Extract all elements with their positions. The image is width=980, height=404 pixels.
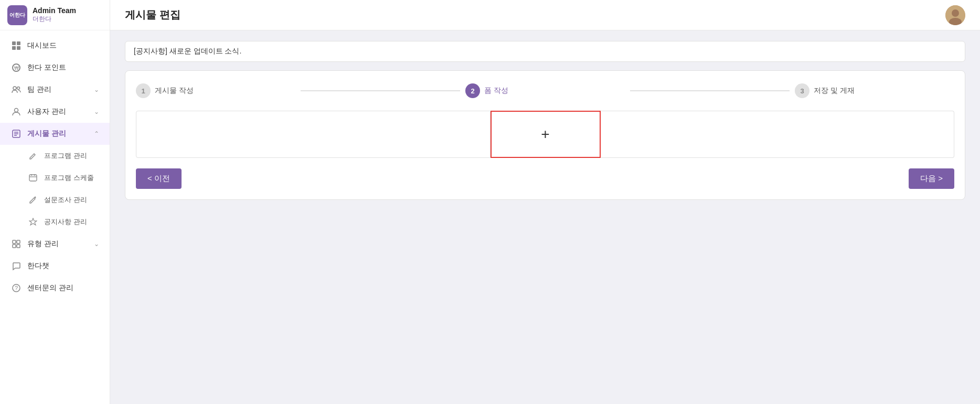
type-icon: [10, 238, 22, 250]
form-add-button[interactable]: +: [491, 111, 601, 158]
sidebar-header: 어한다 Admin Team 더한다: [0, 0, 110, 30]
notice-bar: [공지사항] 새로운 업데이트 소식.: [125, 41, 965, 62]
sidebar-item-handa-chat[interactable]: 한다챗: [0, 255, 110, 277]
type-mgmt-label: 유형 관리: [27, 239, 94, 249]
svg-point-8: [15, 109, 18, 112]
step-item-2: 2 폼 작성: [465, 83, 625, 98]
step-card: 1 게시물 작성 2 폼 작성 3 저: [125, 70, 965, 200]
sidebar-nav: 대시보드 ₩ 한다 포인트 팀 관리 ⌄ 사용자 관리 ⌄: [0, 30, 110, 404]
handa-point-label: 한다 포인트: [27, 63, 99, 72]
step-circle-1: 1: [136, 83, 151, 98]
center-mgmt-label: 센터문의 관리: [27, 283, 99, 293]
svg-rect-18: [13, 240, 16, 243]
step-label-2: 폼 작성: [484, 86, 508, 95]
sidebar-item-dashboard[interactable]: 대시보드: [0, 35, 110, 57]
svg-rect-19: [17, 240, 20, 243]
svg-rect-3: [17, 46, 20, 50]
sidebar-item-program-mgmt[interactable]: 프로그램 관리: [0, 145, 110, 167]
post-mgmt-arrow: ⌃: [94, 130, 99, 137]
sidebar-item-post-mgmt[interactable]: 게시물 관리 ⌃: [0, 123, 110, 145]
sidebar-item-handa-point[interactable]: ₩ 한다 포인트: [0, 57, 110, 79]
program-schedule-label: 프로그램 스케줄: [44, 173, 99, 183]
form-area: +: [136, 111, 954, 158]
top-bar-right: [945, 5, 965, 25]
form-right-panel: [601, 111, 955, 158]
sidebar-item-team-mgmt[interactable]: 팀 관리 ⌄: [0, 79, 110, 101]
post-icon: [10, 128, 22, 140]
step-label-3: 저장 및 게재: [814, 86, 855, 95]
svg-rect-20: [13, 244, 16, 248]
svg-point-6: [13, 87, 16, 90]
team-info: Admin Team 더한다: [33, 6, 76, 24]
survey-mgmt-label: 설문조사 관리: [44, 195, 99, 205]
survey-icon: [27, 194, 39, 206]
content-area: [공지사항] 새로운 업데이트 소식. 1 게시물 작성 2: [110, 30, 980, 404]
add-plus-icon: +: [541, 126, 549, 143]
pencil-icon: [27, 150, 39, 162]
sidebar-item-program-schedule[interactable]: 프로그램 스케줄: [0, 167, 110, 189]
sidebar-logo: 어한다: [7, 5, 27, 25]
type-mgmt-arrow: ⌄: [94, 240, 99, 248]
sidebar-item-center-mgmt[interactable]: ? 센터문의 관리: [0, 277, 110, 299]
sidebar-item-notice-mgmt[interactable]: 공지사항 관리: [0, 211, 110, 233]
team-sub: 더한다: [33, 15, 76, 24]
user-mgmt-label: 사용자 관리: [27, 107, 94, 116]
page-title: 게시물 편집: [125, 8, 180, 22]
svg-rect-0: [12, 41, 16, 45]
notice-mgmt-label: 공지사항 관리: [44, 217, 99, 227]
next-button[interactable]: 다음 >: [909, 168, 954, 189]
svg-rect-1: [17, 41, 20, 45]
sidebar-item-user-mgmt[interactable]: 사용자 관리 ⌄: [0, 101, 110, 123]
calendar-icon: [27, 172, 39, 184]
post-mgmt-label: 게시물 관리: [27, 129, 94, 139]
sidebar: 어한다 Admin Team 더한다 대시보드 ₩ 한다 포인트 팀 관리: [0, 0, 110, 404]
handa-chat-label: 한다챗: [27, 261, 99, 271]
svg-rect-21: [17, 244, 20, 248]
step-item-3: 3 저장 및 게재: [795, 83, 954, 98]
svg-rect-2: [12, 46, 16, 50]
sidebar-item-type-mgmt[interactable]: 유형 관리 ⌄: [0, 233, 110, 255]
step-line-1: [301, 90, 460, 91]
svg-point-25: [952, 9, 959, 17]
help-icon: ?: [10, 282, 22, 294]
svg-text:₩: ₩: [14, 66, 19, 71]
user-avatar[interactable]: [945, 5, 965, 25]
point-icon: ₩: [10, 62, 22, 73]
prev-button[interactable]: < 이전: [136, 168, 182, 189]
step-circle-3: 3: [795, 83, 809, 98]
svg-point-7: [17, 87, 20, 90]
step-label-1: 게시물 작성: [155, 86, 194, 95]
top-bar: 게시물 편집: [110, 0, 980, 30]
step-item-1: 1 게시물 작성: [136, 83, 295, 98]
svg-rect-13: [29, 175, 37, 181]
main-content: 게시물 편집 [공지사항] 새로운 업데이트 소식.: [110, 0, 980, 404]
notice-icon: [27, 216, 39, 228]
grid-icon: [10, 40, 22, 51]
svg-point-17: [35, 197, 36, 198]
team-mgmt-label: 팀 관리: [27, 85, 94, 94]
form-left-panel: [136, 111, 491, 158]
logo-text: 어한다: [9, 12, 25, 18]
team-icon: [10, 84, 22, 95]
chat-icon: [10, 260, 22, 272]
step-circle-2: 2: [465, 83, 480, 98]
team-mgmt-arrow: ⌄: [94, 86, 99, 93]
btn-row: < 이전 다음 >: [136, 168, 954, 189]
step-line-2: [630, 90, 790, 91]
dashboard-label: 대시보드: [27, 41, 99, 50]
notice-text: [공지사항] 새로운 업데이트 소식.: [134, 47, 241, 55]
user-icon: [10, 106, 22, 118]
user-mgmt-arrow: ⌄: [94, 108, 99, 115]
stepper: 1 게시물 작성 2 폼 작성 3 저: [136, 83, 954, 98]
svg-text:?: ?: [15, 285, 18, 291]
sidebar-item-survey-mgmt[interactable]: 설문조사 관리: [0, 189, 110, 211]
team-name: Admin Team: [33, 6, 76, 15]
program-mgmt-label: 프로그램 관리: [44, 151, 99, 161]
